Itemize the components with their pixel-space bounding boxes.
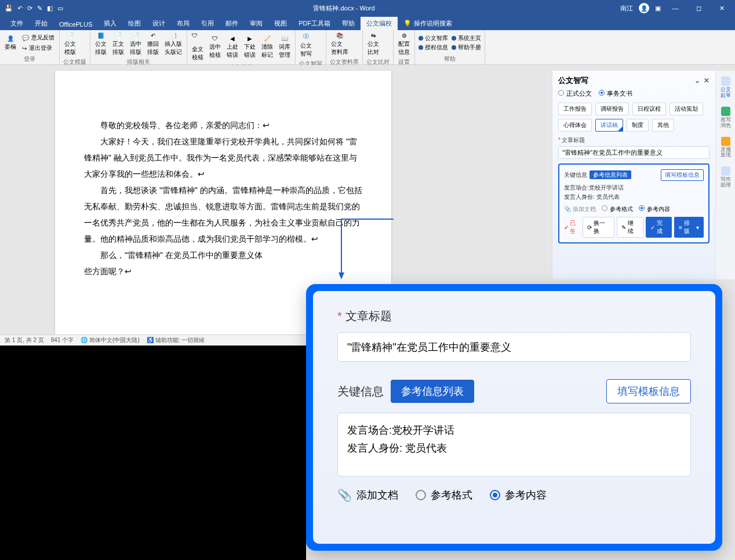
tag-agenda[interactable]: 日程议程 [632, 103, 666, 115]
menu-tab-file[interactable]: 文件 [5, 17, 29, 30]
side-tab-inspire[interactable]: 灵感 发现 [719, 134, 732, 161]
menu-tab-design[interactable]: 设计 [147, 17, 171, 30]
check-btn-5[interactable]: 📖词库 管理 [278, 34, 292, 60]
zoom-key-info-label: 关键信息 [337, 384, 384, 399]
paragraph: 些方面呢？↩ [84, 263, 362, 279]
zoom-attach-button[interactable]: 📎添加文档 [337, 488, 398, 502]
continue-button[interactable]: ✎ 继续 [617, 217, 643, 238]
ai-write-button[interactable]: Ⓐ公文 智写 [299, 31, 313, 59]
qa-icon-3[interactable]: ▭ [57, 5, 63, 12]
fill-template-button[interactable]: 填写模板信息 [661, 169, 704, 181]
close-button[interactable]: ✕ [713, 5, 730, 12]
menu-tab-references[interactable]: 引用 [195, 17, 220, 30]
menu-tab-draw[interactable]: 绘图 [122, 17, 147, 30]
admin-item-3[interactable]: 帮助手册 [452, 43, 481, 52]
gear-icon: ⚙ [402, 32, 407, 39]
regenerate-button[interactable]: ⟳ 换一换 [583, 217, 614, 238]
layout-btn-3[interactable]: ↶撤回 排版 [146, 31, 160, 57]
layout-btn-2[interactable]: 📄选中 排版 [129, 31, 143, 57]
panel-collapse-icon[interactable]: ⌄ [694, 77, 700, 85]
tag-research[interactable]: 调研报告 [595, 103, 629, 115]
zoom-info-textbox[interactable]: 发言场合:党校开学讲话 发言人身份: 党员代表 [337, 413, 691, 477]
menu-tab-review[interactable]: 审阅 [244, 17, 268, 30]
qa-icon-2[interactable]: ◧ [47, 5, 53, 12]
admin-item-1[interactable]: 授权信息 [419, 43, 448, 52]
menu-tab-pdf[interactable]: PDF工具箱 [293, 17, 336, 30]
user-avatar-icon[interactable]: 👤 [639, 3, 649, 13]
ref-format-option[interactable]: 参考格式 [602, 205, 633, 213]
redo-icon[interactable]: ⟳ [27, 5, 32, 12]
config-button[interactable]: ⚙配置 信息 [397, 31, 411, 57]
accessibility-status[interactable]: ♿ 辅助功能: 一切就绪 [147, 336, 205, 344]
library-button[interactable]: 📚公文 资料库 [330, 31, 350, 57]
paperclip-icon[interactable]: 📎 添加文档 [564, 205, 596, 213]
next-icon: ▶ [248, 35, 252, 42]
menu-tab-help[interactable]: 帮助 [336, 17, 361, 30]
tag-event[interactable]: 活动策划 [669, 103, 703, 115]
menu-tab-officeplus[interactable]: OfficePLUS [53, 19, 98, 30]
zoom-ref-list-chip[interactable]: 参考信息列表 [391, 380, 474, 403]
ref-content-option[interactable]: 参考内容 [639, 205, 670, 213]
template-icon: 📄 [67, 32, 74, 39]
logout-button[interactable]: ↪退出登录 [21, 43, 56, 53]
doc-icon: 📘 [97, 32, 104, 39]
radio-icon [602, 205, 607, 211]
feedback-button[interactable]: 💬意见反馈 [21, 33, 56, 42]
undo-icon[interactable]: ↶ [17, 5, 23, 12]
doc-icon: 📄 [132, 32, 139, 39]
tell-me-search[interactable]: 💡 操作说明搜索 [398, 17, 458, 30]
panel-close-icon[interactable]: ✕ [704, 77, 709, 85]
menu-tab-home[interactable]: 开始 [29, 17, 53, 30]
menu-tab-view[interactable]: 视图 [268, 17, 293, 30]
menu-tab-gwbj[interactable]: 公文编校 [361, 17, 398, 30]
side-tab-rewrite[interactable]: 改写 润色 [719, 104, 732, 131]
ribbon-mode-icon[interactable]: ▣ [655, 5, 661, 12]
tag-policy[interactable]: 制度 [627, 119, 649, 132]
check-btn-3[interactable]: ▶下处 错误 [243, 34, 257, 60]
side-tab-draft[interactable]: 公文 起草 [719, 74, 732, 101]
tag-speech[interactable]: 讲话稿 [595, 119, 623, 132]
template-button[interactable]: 📄公文 模版 [63, 31, 77, 57]
save-icon[interactable]: 💾 [5, 5, 13, 12]
ref-list-chip[interactable]: 参考信息列表 [590, 170, 631, 179]
layout-dropdown-button[interactable]: ≡ 排版 ▾ [674, 217, 704, 238]
menu-tab-layout[interactable]: 布局 [171, 17, 195, 30]
doc-type-business[interactable]: 事务文书 [599, 89, 632, 98]
zoom-ref-content-option[interactable]: 参考内容 [490, 488, 547, 502]
check-btn-0[interactable]: 🛡全文 校核 [191, 31, 205, 63]
compare-button[interactable]: ⇆公文 比对 [366, 31, 380, 57]
chat-icon: 💬 [22, 35, 29, 41]
complete-button[interactable]: ✓ 完成 [646, 217, 672, 238]
layout-btn-0[interactable]: 📘公文 排版 [94, 31, 108, 57]
doc-type-formal[interactable]: 正式公文 [558, 89, 592, 98]
dot-icon [452, 45, 456, 50]
user-name-label: 南江 [620, 4, 633, 13]
menu-tab-insert[interactable]: 插入 [98, 17, 122, 30]
layout-btn-4[interactable]: 📑插入版 头版记 [163, 31, 183, 57]
admin-item-2[interactable]: 系统主页 [452, 34, 481, 42]
tag-reflection[interactable]: 心得体会 [558, 119, 592, 132]
minimize-button[interactable]: — [667, 5, 684, 12]
zoom-ref-format-option[interactable]: 参考格式 [416, 488, 472, 502]
check-btn-4[interactable]: 🧹清除 标记 [260, 34, 274, 60]
check-btn-1[interactable]: 🛡选中 校核 [208, 34, 222, 60]
article-title-input[interactable] [558, 146, 709, 159]
layout-btn-1[interactable]: 📄正文 排版 [111, 31, 125, 57]
side-tab-assistant[interactable]: 写作 助理 [719, 164, 732, 191]
prev-icon: ◀ [230, 35, 235, 42]
check-btn-2[interactable]: ◀上处 错误 [225, 34, 239, 60]
tag-other[interactable]: 其他 [652, 119, 674, 132]
page-status[interactable]: 第 1 页, 共 2 页 [5, 336, 44, 344]
word-count[interactable]: 841 个字 [51, 336, 74, 344]
language-status[interactable]: 🌐 简体中文(中国大陆) [81, 336, 139, 344]
zoom-title-input[interactable] [337, 332, 691, 362]
maximize-button[interactable]: ◻ [690, 5, 707, 12]
qa-icon-1[interactable]: ✎ [37, 5, 42, 12]
user-profile-button[interactable]: 👤 姜楠 [3, 34, 17, 52]
compare-icon: ⇆ [371, 32, 376, 39]
person-icon: 👤 [7, 35, 14, 42]
tag-work-report[interactable]: 工作报告 [558, 103, 592, 115]
admin-item-0[interactable]: 公文智库 [419, 34, 448, 42]
zoom-fill-template-button[interactable]: 填写模板信息 [606, 379, 691, 403]
menu-tab-mailings[interactable]: 邮件 [220, 17, 244, 30]
